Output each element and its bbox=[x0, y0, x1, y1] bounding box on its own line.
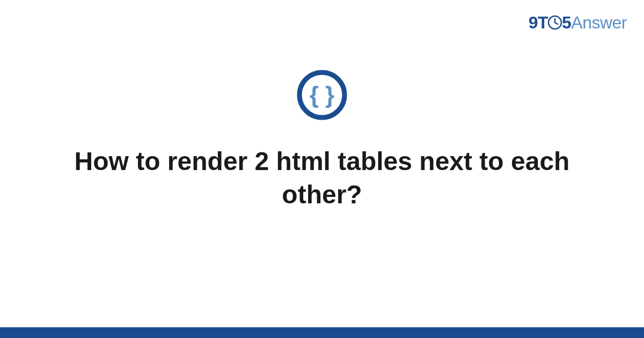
svg-line-2 bbox=[555, 23, 558, 24]
clock-icon bbox=[547, 15, 562, 30]
css-braces-icon: { } bbox=[297, 70, 347, 120]
brand-suffix: Answer bbox=[571, 13, 627, 32]
question-title: How to render 2 html tables next to each… bbox=[32, 145, 612, 212]
footer-bar bbox=[0, 327, 644, 338]
brand-logo: 9T 5Answer bbox=[529, 13, 627, 33]
brand-middle: 5 bbox=[562, 13, 571, 32]
brand-prefix: 9T bbox=[529, 13, 548, 32]
svg-text:{ }: { } bbox=[310, 82, 334, 108]
